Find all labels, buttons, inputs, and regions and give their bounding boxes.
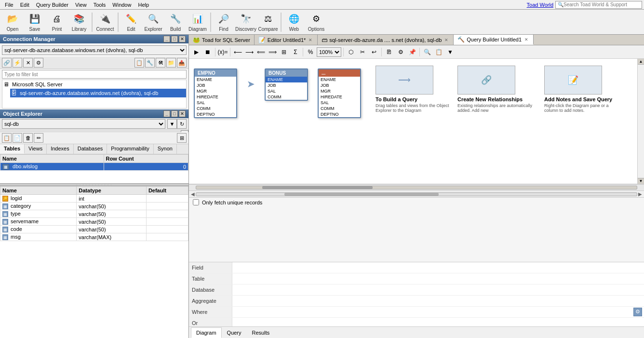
help-card-2-title: Create New Relationships <box>457 96 539 102</box>
save-button[interactable]: 💾 Save <box>24 11 45 33</box>
tab-databases[interactable]: Databases <box>74 144 107 154</box>
compare-button[interactable]: ⚖ Compare <box>257 11 279 33</box>
zoom-select[interactable]: 100% <box>317 47 341 57</box>
obj-tb-btn-3[interactable]: 🗑 <box>23 133 33 143</box>
qb-btn-17[interactable]: 📋 <box>433 47 444 57</box>
conn-btn-4[interactable]: ⚙ <box>34 58 43 68</box>
db-select[interactable]: sql-db <box>2 119 165 129</box>
tab-editor[interactable]: 📝 Editor Untitled1* ✕ <box>255 35 318 45</box>
obj-close-button[interactable]: ✕ <box>179 110 186 117</box>
menu-tools[interactable]: Tools <box>91 1 109 8</box>
conn-btn-6[interactable]: 🔧 <box>145 58 155 68</box>
qb-btn-9[interactable]: % <box>305 47 316 57</box>
conn-btn-5[interactable]: 📋 <box>134 58 144 68</box>
menu-view[interactable]: View <box>72 1 90 8</box>
unique-records-checkbox[interactable] <box>193 199 199 205</box>
sql-server-close-icon[interactable]: ✕ <box>443 37 449 43</box>
qb-btn-14[interactable]: ⚙ <box>395 47 406 57</box>
obj-minimize-button[interactable]: _ <box>163 110 170 117</box>
minimize-button[interactable]: _ <box>163 36 170 42</box>
conn-btn-1[interactable]: 🔗 <box>2 58 12 68</box>
tab-indexes[interactable]: Indexes <box>47 144 74 154</box>
obj-refresh-btn[interactable]: ↻ <box>177 119 187 129</box>
qb-btn-4[interactable]: ⟶ <box>244 47 255 57</box>
explorer-button[interactable]: 🔍 Explorer <box>143 11 164 33</box>
tree-db-item[interactable]: 🗄 sql-server-db-azure.database.windows.n… <box>10 89 186 97</box>
qb-btn-5[interactable]: ⟸ <box>255 47 266 57</box>
conn-btn-3[interactable]: ✕ <box>23 58 33 68</box>
toad-world-search-input[interactable] <box>564 2 636 7</box>
conn-btn-2[interactable]: ⚡ <box>13 58 22 68</box>
tree-root[interactable]: 🖥 Microsoft SQL Server <box>2 80 186 89</box>
vertical-scrollbar[interactable]: ▲ ▼ <box>637 59 644 184</box>
obj-filter-btn[interactable]: ▼ <box>167 119 177 129</box>
table-row[interactable]: ▦ dbo.wlslog 0 <box>0 163 188 171</box>
run-btn[interactable]: ▶ <box>191 47 201 57</box>
library-button[interactable]: 📚 Library <box>68 11 90 33</box>
diagram-canvas[interactable]: EMPNO ENAME JOB MGR HIREDATE SAL COMM DE… <box>189 59 637 184</box>
conn-btn-8[interactable]: 📁 <box>166 58 176 68</box>
obj-tb-btn-1[interactable]: 📋 <box>2 133 12 143</box>
bottom-tab-diagram[interactable]: Diagram <box>191 327 222 338</box>
tab-toad-sql[interactable]: 🐸 Toad for SQL Server <box>189 35 255 45</box>
qb-btn-10[interactable]: ⬡ <box>346 47 356 57</box>
tab-views[interactable]: Views <box>25 144 47 154</box>
restore-button[interactable]: □ <box>171 36 178 42</box>
qb-btn-8[interactable]: Σ <box>290 47 301 57</box>
tab-query-builder[interactable]: 🔨 Query Builder Untitled1 ✕ <box>454 35 534 45</box>
nav-arrow-right[interactable]: ▶ <box>638 191 642 197</box>
menu-help[interactable]: Help <box>135 1 152 8</box>
qb-btn-6[interactable]: ⟹ <box>267 47 278 57</box>
menu-query-builder[interactable]: Query Builder <box>33 1 71 8</box>
menu-file[interactable]: File <box>2 1 16 8</box>
toad-world-area: Toad World 🔍 <box>527 1 642 9</box>
qb-btn-11[interactable]: ✂ <box>357 47 368 57</box>
web-button[interactable]: 🌐 Web <box>283 11 305 33</box>
obj-tb-btn-2[interactable]: 📄 <box>13 133 22 143</box>
connect-button[interactable]: 🔌 Connect <box>94 11 116 33</box>
obj-tb-grid-btn[interactable]: ⊞ <box>177 133 187 143</box>
stop-btn[interactable]: ⏹ <box>202 47 213 57</box>
close-button[interactable]: ✕ <box>179 36 186 42</box>
query-builder-close-icon[interactable]: ✕ <box>523 37 529 42</box>
qb-btn-18[interactable]: ▼ <box>445 47 456 57</box>
qb-btn-15[interactable]: 📌 <box>407 47 417 57</box>
open-button[interactable]: 📂 Open <box>2 11 23 33</box>
tab-synon[interactable]: Synon <box>154 144 177 154</box>
edit-button[interactable]: ✏️ Edit <box>121 11 142 33</box>
print-button[interactable]: 🖨 Print <box>46 11 67 33</box>
qb-btn-7[interactable]: ⊞ <box>279 47 289 57</box>
tab-tables[interactable]: Tables <box>0 144 25 154</box>
nav-arrow-left[interactable]: ◀ <box>191 191 195 197</box>
qb-btn-16[interactable]: 🔍 <box>422 47 432 57</box>
conn-btn-9[interactable]: 📤 <box>177 58 187 68</box>
build-button[interactable]: 🔧 Build <box>165 11 186 33</box>
connection-select[interactable]: sql-server-db-azure.database.windows.net… <box>2 45 187 55</box>
filter-input[interactable] <box>2 70 187 79</box>
discovery-label: Discovery <box>235 27 256 32</box>
discovery-button[interactable]: 🔭 Discovery <box>235 11 256 33</box>
menu-window[interactable]: Window <box>109 1 134 8</box>
qb-btn-12[interactable]: ↩ <box>369 47 379 57</box>
obj-tb-btn-4[interactable]: ✏ <box>34 133 43 143</box>
bottom-tab-query[interactable]: Query <box>222 327 247 338</box>
horizontal-scrollbar[interactable] <box>189 184 644 191</box>
editor-close-icon[interactable]: ✕ <box>308 37 313 43</box>
expr-btn[interactable]: (x)= <box>217 47 228 57</box>
prop-btn-4[interactable]: ⚙ <box>633 308 642 316</box>
bottom-tab-results[interactable]: Results <box>247 327 275 338</box>
diagram-button[interactable]: 📊 Diagram <box>187 11 208 33</box>
scroll-up-btn[interactable]: ▲ <box>638 59 644 65</box>
menu-edit[interactable]: Edit <box>17 1 32 8</box>
tab-programmability[interactable]: Programmability <box>107 144 153 154</box>
tab-sql-server[interactable]: 🗃 sql-server-db-azure.da .... s.net (dvo… <box>318 35 454 45</box>
conn-btn-7[interactable]: 🛠 <box>156 58 165 68</box>
options-button[interactable]: ⚙ Options <box>306 11 327 33</box>
find-button[interactable]: 🔎 Find <box>213 11 234 33</box>
qb-btn-13[interactable]: 🖹 <box>384 47 394 57</box>
scroll-down-btn[interactable]: ▼ <box>638 178 644 184</box>
prop-label-3: Aggregate <box>189 296 232 306</box>
qb-btn-3[interactable]: ⟵ <box>232 47 243 57</box>
obj-restore-button[interactable]: □ <box>171 110 178 117</box>
toad-world-link[interactable]: Toad World <box>527 2 553 8</box>
